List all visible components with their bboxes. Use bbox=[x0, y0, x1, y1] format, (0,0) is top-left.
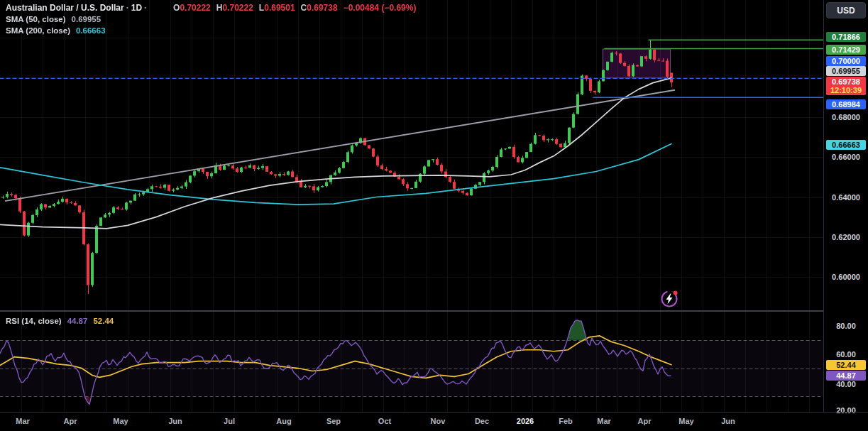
time-axis-label: Mar bbox=[597, 417, 611, 425]
tradingview-chart-window: Australian Dollar / U.S. Dollar·1D·O0.70… bbox=[0, 0, 868, 431]
currency-toggle-button[interactable]: USD bbox=[826, 2, 866, 18]
symbol-title[interactable]: Australian Dollar / U.S. Dollar bbox=[6, 3, 124, 13]
axis-price-label: 0.66000 bbox=[826, 153, 866, 161]
time-axis-label: Oct bbox=[378, 417, 391, 425]
time-axis-label: Apr bbox=[64, 417, 77, 425]
rsi-label: RSI (14, close) bbox=[6, 317, 62, 325]
rsi-ma-value: 52.44 bbox=[93, 317, 114, 325]
sma50-value: 0.69955 bbox=[72, 15, 101, 23]
time-axis-label: Jun bbox=[168, 417, 182, 425]
axis-price-label: 60.00 bbox=[826, 350, 866, 359]
sma200-label: SMA (200, close) bbox=[6, 26, 70, 35]
time-axis-label: Apr bbox=[638, 417, 652, 425]
title-separator-2: · bbox=[142, 3, 149, 13]
axis-price-label: 80.00 bbox=[826, 322, 866, 330]
time-axis-label: Feb bbox=[559, 417, 573, 425]
sma50-legend[interactable]: SMA (50, close)0.69955 bbox=[6, 13, 416, 25]
time-axis-label: Jul bbox=[224, 417, 235, 425]
price-badge: 0.69955 bbox=[826, 66, 866, 76]
sma50-label: SMA (50, close) bbox=[6, 15, 66, 23]
rsi-legend[interactable]: RSI (14, close)44.8752.44 bbox=[6, 315, 114, 326]
price-badge: 0.71429 bbox=[826, 45, 866, 55]
time-axis-label: Aug bbox=[276, 417, 291, 425]
quick-trade-lightning-icon[interactable] bbox=[659, 288, 680, 309]
axis-price-label: 0.64000 bbox=[826, 193, 866, 202]
price-badge: 44.87 bbox=[826, 371, 866, 381]
axis-price-label: 40.00 bbox=[826, 380, 866, 388]
lightning-bolt-icon bbox=[659, 288, 680, 309]
axis-price-label: 0.62000 bbox=[826, 233, 866, 241]
timeframe-label[interactable]: 1D bbox=[131, 3, 142, 13]
notification-dot bbox=[674, 291, 678, 295]
sma200-legend[interactable]: SMA (200, close)0.66663 bbox=[6, 25, 416, 36]
price-badge: 0.66663 bbox=[826, 140, 866, 150]
time-axis-label: Sep bbox=[326, 417, 341, 425]
price-badge: 0.6973812:10:39 bbox=[826, 77, 866, 95]
time-axis-label: Dec bbox=[475, 417, 489, 425]
price-badge: 0.68984 bbox=[826, 99, 866, 109]
price-badge: 0.71866 bbox=[826, 32, 866, 42]
change-readout: −0.00484 (−0.69%) bbox=[344, 3, 417, 13]
time-axis-label: May bbox=[679, 417, 693, 425]
rsi-value: 44.87 bbox=[67, 317, 88, 325]
chart-canvas[interactable] bbox=[0, 0, 823, 412]
time-axis-label: Jun bbox=[721, 417, 735, 425]
sma200-value: 0.66663 bbox=[76, 26, 106, 35]
title-separator: · bbox=[124, 3, 131, 13]
time-axis-label: 2026 bbox=[517, 417, 534, 425]
symbol-row: Australian Dollar / U.S. Dollar·1D·O0.70… bbox=[6, 2, 416, 13]
chart-legend: Australian Dollar / U.S. Dollar·1D·O0.70… bbox=[6, 2, 416, 36]
axis-price-label: 0.60000 bbox=[826, 273, 866, 281]
time-axis-label: May bbox=[113, 417, 128, 425]
price-axis[interactable]: 0.680000.660000.640000.620000.6000080.00… bbox=[823, 0, 868, 412]
time-axis[interactable]: MarAprMayJunJulAugSepOctNovDec2026FebMar… bbox=[0, 412, 868, 431]
time-axis-label: Nov bbox=[431, 417, 446, 425]
price-badge: 52.44 bbox=[826, 360, 866, 370]
axis-price-label: 0.68000 bbox=[826, 113, 866, 121]
ohlc-readout: O0.70222H0.70222L0.69501C0.69738−0.00484… bbox=[167, 3, 416, 13]
price-badge: 0.70000 bbox=[826, 56, 866, 66]
time-axis-label: Mar bbox=[16, 417, 30, 425]
countdown-timer: 12:10:39 bbox=[826, 86, 866, 94]
